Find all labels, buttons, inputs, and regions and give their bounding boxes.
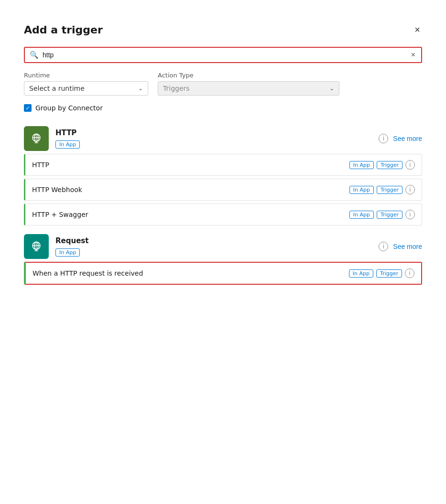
close-button[interactable]: × (413, 23, 422, 36)
filters-row: Runtime Select a runtime ⌄ Action Type T… (24, 72, 422, 96)
connector-info-http: HTTP In App (55, 129, 379, 149)
runtime-chevron-icon: ⌄ (138, 85, 143, 92)
badge-inapp-http-swagger: In App (349, 211, 374, 219)
badge-inapp-http-request-received: In App (349, 269, 373, 278)
connector-header-http: HTTP In App i See more (24, 122, 422, 154)
badge-trigger-http-swagger: Trigger (377, 211, 402, 219)
trigger-item-http-webhook[interactable]: HTTP Webhook In App Trigger i (24, 179, 422, 201)
trigger-item-http-request-received[interactable]: When a HTTP request is received In App T… (24, 262, 422, 285)
search-icon: 🔍 (30, 51, 39, 59)
trigger-name-http-webhook: HTTP Webhook (32, 186, 349, 193)
runtime-label: Runtime (24, 72, 148, 79)
search-box: 🔍 × (24, 47, 422, 63)
trigger-name-http-swagger: HTTP + Swagger (32, 211, 349, 218)
request-globe-svg (30, 240, 43, 253)
connector-badge-request: In App (55, 248, 80, 257)
trigger-badges-http-webhook: In App Trigger i (349, 185, 415, 194)
connector-header-request: Request In App i See more (24, 230, 422, 262)
runtime-select-value: Select a runtime (29, 85, 85, 92)
see-more-button-request[interactable]: See more (393, 243, 422, 250)
search-clear-button[interactable]: × (410, 51, 416, 59)
info-icon-trigger-http[interactable]: i (405, 160, 415, 170)
search-input[interactable] (43, 51, 410, 59)
connector-group-request: Request In App i See more When a HTTP re… (24, 230, 422, 285)
connector-info-request: Request In App (55, 236, 379, 257)
connector-group-http: HTTP In App i See more HTTP In App Trigg… (24, 122, 422, 225)
group-by-connector-row: ✓ Group by Connector (24, 104, 422, 112)
see-more-button-http[interactable]: See more (393, 135, 422, 142)
runtime-select[interactable]: Select a runtime ⌄ (24, 81, 148, 96)
trigger-badges-http: In App Trigger i (349, 160, 415, 170)
trigger-item-http[interactable]: HTTP In App Trigger i (24, 154, 422, 176)
info-icon-request[interactable]: i (379, 242, 388, 251)
info-icon-trigger-http-swagger[interactable]: i (405, 210, 415, 219)
trigger-name-http-request-received: When a HTTP request is received (33, 269, 349, 277)
checkbox-check-icon: ✓ (25, 106, 30, 111)
trigger-list-http: HTTP In App Trigger i HTTP Webhook In Ap… (24, 154, 422, 225)
info-icon-trigger-http-webhook[interactable]: i (405, 185, 415, 194)
dialog-title: Add a trigger (24, 24, 103, 36)
group-by-connector-label: Group by Connector (35, 104, 103, 112)
badge-trigger-http: Trigger (377, 161, 402, 169)
connector-badge-http: In App (55, 140, 80, 149)
trigger-item-http-swagger[interactable]: HTTP + Swagger In App Trigger i (24, 204, 422, 225)
badge-trigger-http-webhook: Trigger (377, 186, 402, 194)
connector-actions-http: i See more (379, 134, 422, 143)
connector-name-request: Request (55, 236, 379, 245)
connector-name-http: HTTP (55, 129, 379, 137)
connector-icon-request (24, 234, 49, 259)
action-type-label: Action Type (158, 72, 339, 79)
add-trigger-dialog: Add a trigger × 🔍 × Runtime Select a run… (10, 10, 436, 304)
trigger-name-http: HTTP (32, 161, 349, 169)
info-icon-http[interactable]: i (379, 134, 388, 143)
action-type-select[interactable]: Triggers ⌄ (158, 81, 339, 96)
connector-icon-http (24, 126, 49, 151)
trigger-list-request: When a HTTP request is received In App T… (24, 262, 422, 285)
connector-actions-request: i See more (379, 242, 422, 251)
dialog-header: Add a trigger × (24, 23, 422, 36)
action-type-select-value: Triggers (163, 85, 190, 92)
info-icon-trigger-http-request-received[interactable]: i (405, 268, 414, 278)
badge-trigger-http-request-received: Trigger (376, 269, 402, 278)
badge-inapp-http: In App (349, 161, 374, 169)
runtime-filter-group: Runtime Select a runtime ⌄ (24, 72, 148, 96)
action-type-filter-group: Action Type Triggers ⌄ (158, 72, 339, 96)
badge-inapp-http-webhook: In App (349, 186, 374, 194)
trigger-badges-http-request-received: In App Trigger i (349, 268, 414, 278)
group-by-connector-checkbox[interactable]: ✓ (24, 104, 32, 112)
http-globe-svg (30, 132, 43, 145)
action-type-chevron-icon: ⌄ (329, 85, 334, 92)
trigger-badges-http-swagger: In App Trigger i (349, 210, 415, 219)
